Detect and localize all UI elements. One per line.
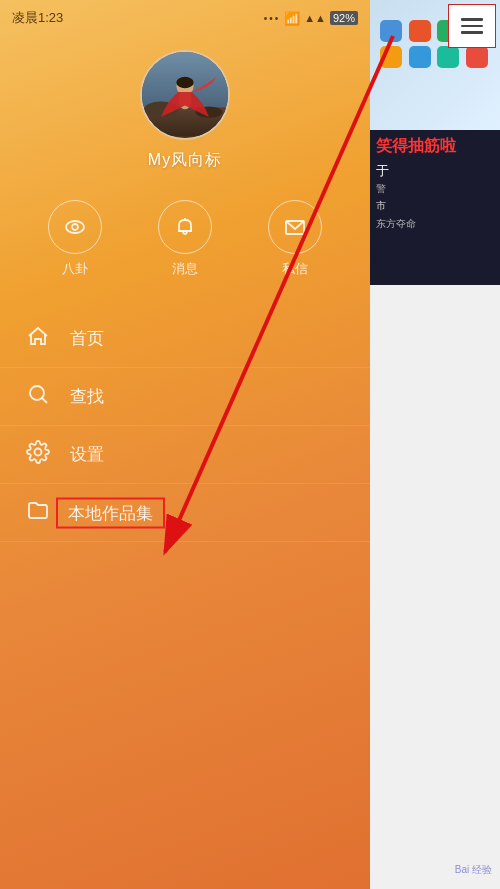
svg-point-8 [72, 224, 78, 230]
right-panel: 笑得抽筋啦 于 警 市 东方夺命 Bai 经验 [370, 0, 500, 889]
svg-line-13 [42, 398, 47, 403]
dots-icon: ••• [264, 13, 281, 24]
nav-menu: 首页 查找 设置 本地作品集 [0, 310, 370, 542]
menu-button[interactable] [448, 4, 496, 48]
comedy-subtitle: 于 警 市 [376, 161, 494, 214]
gossip-label: 八卦 [62, 260, 88, 278]
nav-item-local-works[interactable]: 本地作品集 [0, 484, 370, 542]
menu-line-1 [461, 18, 483, 21]
home-icon [24, 324, 52, 354]
right-bottom-image: 笑得抽筋啦 于 警 市 东方夺命 [370, 130, 500, 285]
battery-icon: 92% [330, 11, 358, 25]
menu-line-2 [461, 25, 483, 28]
nav-item-settings[interactable]: 设置 [0, 426, 370, 484]
baidu-watermark: Bai 经验 [455, 863, 492, 877]
avatar[interactable] [140, 50, 230, 140]
avatar-image [142, 52, 228, 138]
home-label: 首页 [70, 327, 104, 350]
message-icon-circle [158, 200, 212, 254]
local-works-label-highlighted: 本地作品集 [56, 497, 165, 528]
settings-label: 设置 [70, 443, 104, 466]
dm-icon-circle [268, 200, 322, 254]
message-button[interactable]: 消息 [158, 200, 212, 278]
signal-icon: ▲▲ [304, 12, 326, 24]
gossip-icon-circle [48, 200, 102, 254]
dm-label: 私信 [282, 260, 308, 278]
svg-point-7 [66, 221, 84, 233]
gossip-button[interactable]: 八卦 [48, 200, 102, 278]
settings-icon [24, 440, 52, 470]
status-icons: ••• 📶 ▲▲ 92% [264, 11, 358, 26]
status-bar: 凌晨1:23 ••• 📶 ▲▲ 92% [0, 0, 370, 36]
svg-point-6 [176, 77, 193, 88]
menu-line-3 [461, 31, 483, 34]
search-label: 查找 [70, 385, 104, 408]
username: My风向标 [148, 150, 222, 171]
message-label: 消息 [172, 260, 198, 278]
comedy-title: 笑得抽筋啦 [376, 136, 494, 157]
svg-point-14 [35, 448, 42, 455]
status-time: 凌晨1:23 [12, 9, 63, 27]
nav-item-home[interactable]: 首页 [0, 310, 370, 368]
wifi-icon: 📶 [284, 11, 300, 26]
quick-actions-bar: 八卦 消息 私信 [0, 200, 370, 278]
nav-item-search[interactable]: 查找 [0, 368, 370, 426]
search-icon [24, 382, 52, 412]
profile-section: My风向标 [0, 50, 370, 171]
folder-icon [24, 498, 52, 528]
dm-button[interactable]: 私信 [268, 200, 322, 278]
svg-point-12 [30, 386, 44, 400]
